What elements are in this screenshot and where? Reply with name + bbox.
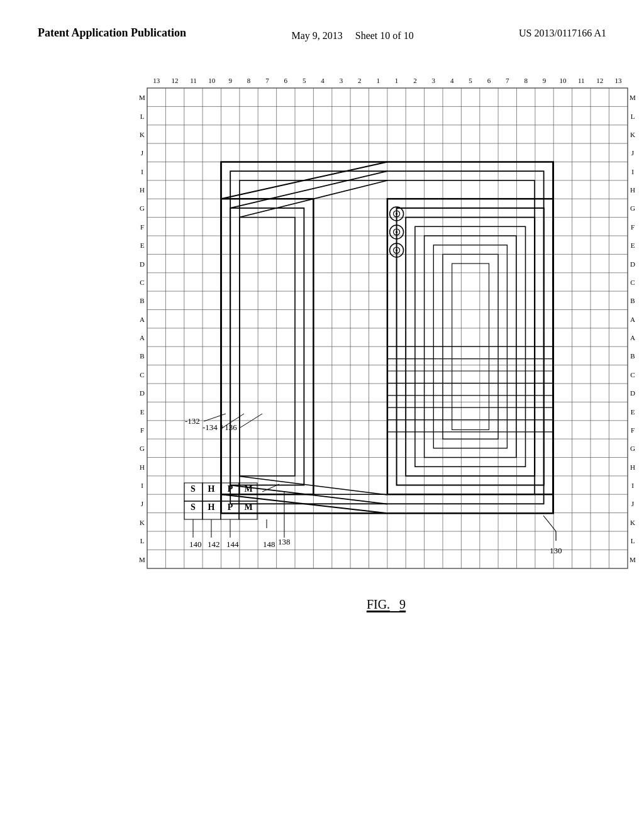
svg-text:142: 142 xyxy=(208,540,220,549)
svg-text:K: K xyxy=(630,130,635,138)
svg-text:10: 10 xyxy=(208,77,216,84)
svg-text:I: I xyxy=(631,167,634,175)
svg-text:144: 144 xyxy=(226,540,239,549)
patent-number: US 2013/0117166 A1 xyxy=(519,25,606,39)
svg-text:F: F xyxy=(631,426,635,433)
svg-text:H: H xyxy=(140,463,145,470)
diagram-svg: text { font-family: 'Times New Roman', T… xyxy=(128,69,644,585)
svg-text:3: 3 xyxy=(340,77,343,84)
svg-text:13: 13 xyxy=(615,77,623,84)
svg-text:8: 8 xyxy=(247,77,251,84)
svg-text:F: F xyxy=(140,223,144,230)
svg-text:H: H xyxy=(630,463,635,470)
svg-text:I: I xyxy=(631,482,634,489)
svg-text:138: 138 xyxy=(278,537,291,546)
svg-text:B: B xyxy=(140,297,144,304)
svg-text:D: D xyxy=(140,260,145,267)
svg-text:G: G xyxy=(630,204,635,212)
svg-text:H: H xyxy=(208,484,215,494)
svg-point-159 xyxy=(396,249,397,251)
svg-text:M: M xyxy=(139,94,145,101)
svg-text:L: L xyxy=(140,537,145,545)
svg-text:13: 13 xyxy=(153,77,160,84)
svg-text:J: J xyxy=(141,149,144,157)
svg-text:E: E xyxy=(140,241,145,249)
svg-text:J: J xyxy=(141,500,144,507)
svg-text:130: 130 xyxy=(550,546,562,555)
svg-text:140: 140 xyxy=(189,540,202,549)
svg-text:K: K xyxy=(140,518,145,526)
svg-point-153 xyxy=(396,213,397,214)
svg-text:E: E xyxy=(631,407,635,415)
svg-text:4: 4 xyxy=(450,77,454,84)
svg-text:D: D xyxy=(140,389,145,397)
svg-text:P: P xyxy=(228,502,233,512)
svg-text:5: 5 xyxy=(303,77,306,84)
publication-date: May 9, 2013 xyxy=(291,30,342,41)
svg-text:10: 10 xyxy=(559,77,567,84)
svg-text:G: G xyxy=(630,445,635,452)
svg-text:1: 1 xyxy=(395,77,399,84)
svg-line-196 xyxy=(543,516,556,531)
svg-text:C: C xyxy=(630,370,635,378)
svg-text:B: B xyxy=(630,352,635,360)
svg-text:4: 4 xyxy=(321,77,325,84)
svg-text:C: C xyxy=(140,278,144,285)
svg-text:E: E xyxy=(140,407,145,415)
svg-text:L: L xyxy=(140,112,145,119)
figure-number: 9 xyxy=(399,597,406,611)
svg-text:S: S xyxy=(191,502,196,512)
figure-label: FIG. xyxy=(367,597,390,611)
svg-text:A: A xyxy=(140,334,145,341)
svg-text:F: F xyxy=(631,223,635,230)
svg-text:-134: -134 xyxy=(203,423,218,432)
svg-text:6: 6 xyxy=(284,77,288,84)
svg-text:M: M xyxy=(139,555,145,563)
figure-container: text { font-family: 'Times New Roman', T… xyxy=(128,69,644,612)
svg-line-160 xyxy=(204,414,226,421)
figure-caption: FIG. 9 xyxy=(128,597,644,612)
svg-text:12: 12 xyxy=(172,77,179,84)
svg-text:3: 3 xyxy=(432,77,436,84)
svg-text:L: L xyxy=(631,112,635,119)
svg-text:H: H xyxy=(140,186,145,194)
svg-text:A: A xyxy=(630,334,635,341)
svg-text:2: 2 xyxy=(413,77,417,84)
svg-text:7: 7 xyxy=(506,77,509,84)
svg-text:H: H xyxy=(208,502,215,512)
svg-text:C: C xyxy=(140,370,144,378)
svg-text:G: G xyxy=(140,445,145,452)
diagram-area: text { font-family: 'Times New Roman', T… xyxy=(128,69,644,585)
svg-text:M: M xyxy=(244,502,252,512)
svg-text:7: 7 xyxy=(265,77,269,84)
svg-text:I: I xyxy=(141,482,143,489)
publication-title: Patent Application Publication xyxy=(38,25,186,41)
svg-text:148: 148 xyxy=(263,540,275,549)
svg-text:G: G xyxy=(140,204,145,212)
svg-line-203 xyxy=(230,171,387,208)
svg-text:8: 8 xyxy=(524,77,528,84)
svg-text:D: D xyxy=(630,260,635,267)
svg-text:M: M xyxy=(630,94,636,101)
svg-text:5: 5 xyxy=(469,77,472,84)
svg-text:B: B xyxy=(140,352,144,360)
svg-text:C: C xyxy=(630,278,635,285)
svg-text:M: M xyxy=(630,555,636,563)
svg-text:F: F xyxy=(140,426,144,433)
svg-text:6: 6 xyxy=(487,77,491,84)
svg-text:12: 12 xyxy=(596,77,603,84)
svg-text:L: L xyxy=(631,537,635,545)
svg-text:M: M xyxy=(244,484,252,494)
svg-text:H: H xyxy=(630,186,635,194)
svg-text:1: 1 xyxy=(376,77,380,84)
svg-text:B: B xyxy=(630,297,635,304)
svg-text:9: 9 xyxy=(543,77,547,84)
svg-text:K: K xyxy=(140,130,145,138)
svg-text:I: I xyxy=(141,167,143,175)
svg-text:11: 11 xyxy=(578,77,585,84)
svg-text:A: A xyxy=(140,315,145,323)
svg-text:E: E xyxy=(631,241,635,249)
svg-text:S: S xyxy=(191,484,196,494)
page-header: Patent Application Publication May 9, 20… xyxy=(0,0,644,44)
sheet-info: Sheet 10 of 10 xyxy=(355,30,414,41)
